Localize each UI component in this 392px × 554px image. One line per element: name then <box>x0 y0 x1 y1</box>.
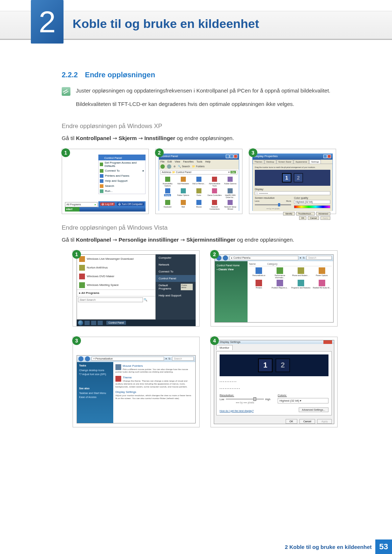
xp-figure-row: 1 Control Panel Set Program Access and D… <box>62 149 363 214</box>
vista-row-2: 3 « Personalization ▾↻ Search Tasks Chan… <box>62 337 363 427</box>
turnoff-button: ⏻ Turn Off Computer <box>117 202 144 206</box>
step-bubble-1: 1 <box>61 148 70 157</box>
vista-start-right: Computer Network Connect To Control Pane… <box>156 254 196 320</box>
xp-all-programs: All Programs▸ <box>65 202 98 207</box>
ok-button: OK <box>299 216 307 220</box>
xp-start-item: Set Program Access and Defaults <box>98 160 146 168</box>
start-orb-icon <box>78 320 83 325</box>
advanced-button: Advanced <box>316 212 330 216</box>
page-content: 2.2.2 Endre oppløsningen Juster oppløsni… <box>62 71 363 438</box>
vista-display-settings: 🖥 Display Settings Monitor 1 2 •••••••••… <box>214 340 334 424</box>
display-icon-selected: Display <box>160 188 175 198</box>
vista-fig-4: 4 🖥 Display Settings Monitor 1 2 •••••••… <box>211 337 338 427</box>
xp-start-item: Run... <box>98 189 146 194</box>
xp-start-item: Search <box>98 184 146 189</box>
vista-start-left: Windows Live Messenger Download Norton A… <box>77 254 156 320</box>
apply-button: Apply <box>317 419 332 424</box>
vista-instruction: Gå til Kontrollpanel → Personlige innsti… <box>62 237 363 243</box>
xp-cp-addressbar: Address 📁 Control Panel ▾ Go <box>160 170 237 175</box>
advanced-settings-button: Advanced Settings... <box>299 407 328 412</box>
chapter-number: 2 <box>39 4 56 40</box>
note-block: Juster oppløsningen og oppdateringsfrekv… <box>62 86 363 114</box>
xp-cp-window: Control Panel FileEditViewFavoritesTools… <box>159 153 239 211</box>
vista-cp-window: ▸ Control Panel ▸ ▾↻ Search Control Pane… <box>215 254 334 323</box>
section-title: Endre oppløsningen <box>85 71 155 79</box>
vista-pers-sidebar: Tasks Change desktop icons 🛡 Adjust font… <box>77 362 113 423</box>
fwd-icon <box>223 255 228 260</box>
step-bubble-1: 1 <box>72 250 81 259</box>
xp-dp-tabs: ThemesDesktopScreen SaverAppearanceSetti… <box>253 160 332 164</box>
xp-start-bottom: ⏻ Log Off ⏻ Turn Off Computer <box>98 201 146 207</box>
best-display-link: How do I get the best display? <box>220 410 254 412</box>
step-bubble-3: 3 <box>72 336 81 345</box>
xp-cp-titlebar: Control Panel <box>159 154 239 160</box>
note-text: Juster oppløsningen og oppdateringsfrekv… <box>76 86 330 114</box>
xp-res-slider <box>255 204 291 205</box>
note-icon <box>62 87 70 96</box>
xp-cp-icon-grid: Accessibility Options Add Hardware Add o… <box>159 175 239 212</box>
note-p1: Juster oppløsningen og oppdateringsfrekv… <box>76 86 330 95</box>
troubleshoot-button: Troubleshoot... <box>296 212 315 216</box>
vista-fig-3: 3 « Personalization ▾↻ Search Tasks Chan… <box>73 337 200 427</box>
vista-fig-2: 2 ▸ Control Panel ▸ ▾↻ Search Control Pa… <box>211 250 338 327</box>
page-footer: 2 Koble til og bruke en kildeenhet 53 <box>0 539 392 554</box>
xp-fig-3: 3 Display Properties ThemesDesktopScreen… <box>249 149 336 214</box>
xp-display-props: Display Properties ThemesDesktopScreen S… <box>252 153 333 211</box>
vista-res-slider: Low High <box>220 398 270 401</box>
vista-cp-icons: Personalizati on Performance Informatio.… <box>249 267 332 289</box>
logoff-button: ⏻ Log Off <box>100 202 115 206</box>
xp-start-item: Connect To▸ <box>98 168 146 173</box>
vista-personalization: « Personalization ▾↻ Search Tasks Change… <box>77 355 196 423</box>
note-p2: Bildekvaliteten til TFT-LCD-er kan degra… <box>76 100 330 108</box>
xp-fig-2: 2 Control Panel FileEditViewFavoritesToo… <box>155 149 242 214</box>
vista-monitor-preview: 1 2 <box>220 354 328 376</box>
color-select: Highest (32 bit) ▾ <box>278 398 328 403</box>
page-number: 53 <box>375 539 392 554</box>
xp-start-header: Control Panel <box>98 155 146 160</box>
section-heading: 2.2.2 Endre oppløsningen <box>62 71 363 79</box>
xp-start-right-panel: Control Panel Set Program Access and Def… <box>98 155 146 194</box>
ok-button: OK <box>286 419 297 424</box>
xp-start-item: Printers and Faxes <box>98 173 146 178</box>
xp-cp-toolbar: ⊘ 🔍 Search 📁 Folders <box>159 164 239 169</box>
identify-button: Identify <box>283 212 294 216</box>
vista-taskbar: Control Panel <box>77 320 196 326</box>
vista-search-input <box>78 297 143 302</box>
footer-text: 2 Koble til og bruke en kildeenhet <box>285 544 372 550</box>
xp-fig-1: 1 Control Panel Set Program Access and D… <box>62 149 149 214</box>
step-bubble-3: 3 <box>249 148 257 157</box>
vista-pers-main: Mouse Pointers Pick a different mouse po… <box>113 362 195 423</box>
apply-button: Apply <box>320 216 330 220</box>
xp-monitor-preview: 12 <box>255 170 330 186</box>
close-icon <box>323 340 332 344</box>
vista-cp-sidebar: Control Panel Home • Classic View <box>215 261 248 322</box>
cancel-button: Cancel <box>299 419 315 424</box>
chapter-title: Koble til og bruke en kildeenhet <box>73 17 259 31</box>
xp-instruction: Gå til Kontrollpanel → Skjerm → Innstill… <box>62 135 363 141</box>
chapter-number-box: 2 <box>31 0 64 44</box>
vista-row-1: 1 Windows Live Messenger Download Norton… <box>62 250 363 327</box>
step-bubble-4: 4 <box>210 336 219 345</box>
vista-fig-1: 1 Windows Live Messenger Download Norton… <box>73 250 200 327</box>
xp-start-item: Help and Support <box>98 178 146 184</box>
xp-subheading: Endre oppløsningen på Windows XP <box>62 123 363 130</box>
xp-cp-menubar: FileEditViewFavoritesToolsHelp <box>159 160 239 164</box>
vista-subheading: Endre oppløsningen på Windows Vista <box>62 224 363 231</box>
cancel-button: Cancel <box>308 216 319 220</box>
step-bubble-2: 2 <box>210 250 219 259</box>
step-bubble-2: 2 <box>155 148 164 157</box>
section-number: 2.2.2 <box>62 71 78 79</box>
xp-start-button: start <box>65 207 79 212</box>
